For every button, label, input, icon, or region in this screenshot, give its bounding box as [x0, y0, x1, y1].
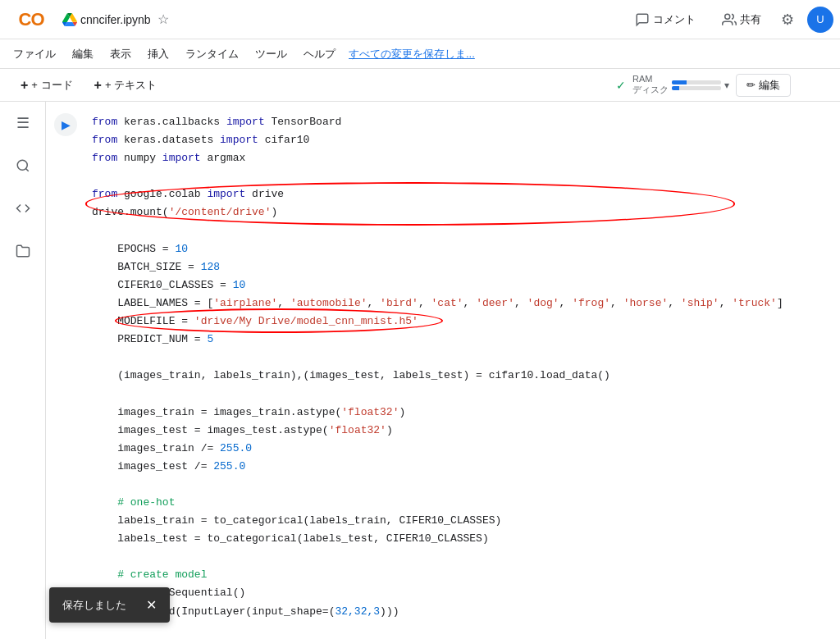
drive-icon: [62, 12, 77, 27]
code-line-comment1: # one-hot: [92, 494, 833, 512]
colab-logo: CO: [7, 4, 56, 35]
edit-label: 編集: [759, 78, 780, 93]
kw-from: from: [92, 116, 117, 128]
disk-label: ディスク: [632, 84, 669, 96]
save-notification: 保存しました ✕: [49, 587, 170, 623]
code-line-comment2: # create model: [92, 566, 833, 584]
disk-bar-fill: [672, 86, 679, 90]
ram-dropdown-icon[interactable]: ▾: [724, 80, 729, 91]
code-line-20: model.add(InputLayer(input_shape=(32,32,…: [92, 603, 833, 621]
settings-icon[interactable]: ⚙: [781, 11, 794, 29]
code-line-17: labels_train = to_categorical(labels_tra…: [92, 512, 833, 530]
add-text-label: + テキスト: [105, 78, 157, 93]
code-line-3: from numpy import argmax: [92, 149, 833, 167]
code-line-12: (images_train, labels_train),(images_tes…: [92, 367, 833, 385]
svg-line-2: [25, 168, 28, 171]
ram-disk-labels: RAM ディスク: [632, 74, 669, 96]
menu-bar: ファイル 編集 表示 挿入 ランタイム ツール ヘルプ すべての変更を保存しま.…: [0, 39, 840, 69]
ram-indicator: RAM ディスク ▾: [632, 74, 729, 96]
menu-help[interactable]: ヘルプ: [297, 43, 342, 65]
code-line-10: MODELFILE = 'drive/My Drive/model_cnn_mn…: [92, 313, 833, 331]
code-line-18: labels_test = to_categorical(labels_test…: [92, 530, 833, 548]
code-line-8: CIFER10_CLASSES = 10: [92, 276, 833, 294]
file-info: cnncifer.ipynb: [62, 12, 151, 27]
code-line-blank4: [92, 385, 833, 403]
code-line-blank5: [92, 476, 833, 494]
ram-bars: [672, 80, 721, 90]
sidebar-menu-icon[interactable]: ☰: [8, 108, 38, 138]
main-layout: ☰ ▶ from keras.callbac: [0, 102, 840, 639]
menu-insert[interactable]: 挿入: [141, 43, 176, 65]
code-line-11: PREDICT_NUM = 5: [92, 331, 833, 349]
svg-point-0: [725, 14, 730, 19]
save-link[interactable]: すべての変更を保存しま...: [349, 47, 475, 62]
save-close-button[interactable]: ✕: [146, 597, 157, 613]
code-line-6: EPOCHS = 10: [92, 240, 833, 258]
sidebar-files-icon[interactable]: [8, 236, 38, 266]
share-button[interactable]: 共有: [715, 9, 768, 30]
menu-tools[interactable]: ツール: [249, 43, 294, 65]
code-line-blank3: [92, 349, 833, 367]
star-icon[interactable]: ☆: [158, 11, 169, 27]
colab-logo-text: CO: [19, 9, 44, 30]
code-line-13: images_train = images_train.astype('floa…: [92, 404, 833, 422]
ram-bar: [672, 80, 721, 84]
ram-label: RAM: [632, 74, 669, 84]
code-line-1: from keras.callbacks import TensorBoard: [92, 113, 833, 131]
circled-block-2: MODELFILE = 'drive/My Drive/model_cnn_mn…: [92, 313, 833, 331]
svg-point-1: [17, 160, 27, 170]
menu-view[interactable]: 表示: [103, 43, 138, 65]
checkmark-icon: ✓: [616, 79, 626, 92]
share-icon: [722, 12, 737, 27]
comment-icon: [635, 12, 650, 27]
code-line-19: model = Sequential(): [92, 584, 833, 602]
menu-runtime[interactable]: ランタイム: [179, 43, 245, 65]
menu-edit[interactable]: 編集: [66, 43, 100, 65]
add-text-button[interactable]: + + テキスト: [87, 74, 165, 97]
left-sidebar: ☰: [0, 102, 46, 639]
sidebar-code-icon[interactable]: [8, 194, 38, 223]
sidebar-search-icon[interactable]: [8, 151, 38, 180]
code-line-5: drive.mount('/content/drive'): [92, 203, 833, 221]
add-code-label: + コード: [31, 78, 72, 93]
avatar[interactable]: U: [807, 7, 833, 33]
code-cell: ▶ from keras.callbacks import TensorBoar…: [46, 108, 840, 626]
comment-label: コメント: [653, 12, 696, 27]
run-button-area: ▶: [46, 110, 85, 624]
toolbar-right: ✓ RAM ディスク ▾ ✏ 編集: [616, 74, 791, 97]
code-line-7: BATCH_SIZE = 128: [92, 258, 833, 276]
edit-button[interactable]: ✏ 編集: [736, 74, 791, 97]
share-label: 共有: [740, 12, 761, 27]
disk-bar: [672, 86, 721, 90]
pencil-icon: ✏: [746, 79, 756, 91]
top-bar: CO cnncifer.ipynb ☆ コメント: [0, 0, 840, 39]
comment-button[interactable]: コメント: [628, 9, 702, 30]
code-area[interactable]: ▶ from keras.callbacks import TensorBoar…: [46, 102, 840, 639]
ram-bar-fill: [672, 80, 687, 84]
circled-block-1: from google.colab import drive drive.mou…: [92, 185, 833, 221]
file-name: cnncifer.ipynb: [80, 13, 151, 26]
code-line-9: LABEL_NAMES = ['airplane', 'automobile',…: [92, 294, 833, 313]
save-text: 保存しました: [62, 598, 126, 613]
toolbar: + + コード + + テキスト ✓ RAM ディスク ▾ ✏ 編集: [0, 69, 840, 102]
plus-icon: +: [21, 78, 28, 93]
code-line-14: images_test = images_test.astype('float3…: [92, 422, 833, 440]
add-code-button[interactable]: + + コード: [13, 74, 80, 97]
cell-content: from keras.callbacks import TensorBoard …: [85, 110, 840, 624]
code-line-blank6: [92, 548, 833, 566]
code-line-blank1: [92, 167, 833, 185]
plus-icon-text: +: [94, 78, 102, 93]
code-line-4: from google.colab import drive: [92, 185, 833, 203]
code-line-blank2: [92, 222, 833, 240]
run-button[interactable]: ▶: [54, 113, 77, 136]
code-line-15: images_train /= 255.0: [92, 440, 833, 458]
menu-file[interactable]: ファイル: [7, 43, 62, 65]
code-line-2: from keras.datasets import cifar10: [92, 131, 833, 149]
top-bar-right: コメント 共有 ⚙ U: [628, 7, 833, 33]
code-line-16: images_test /= 255.0: [92, 458, 833, 476]
